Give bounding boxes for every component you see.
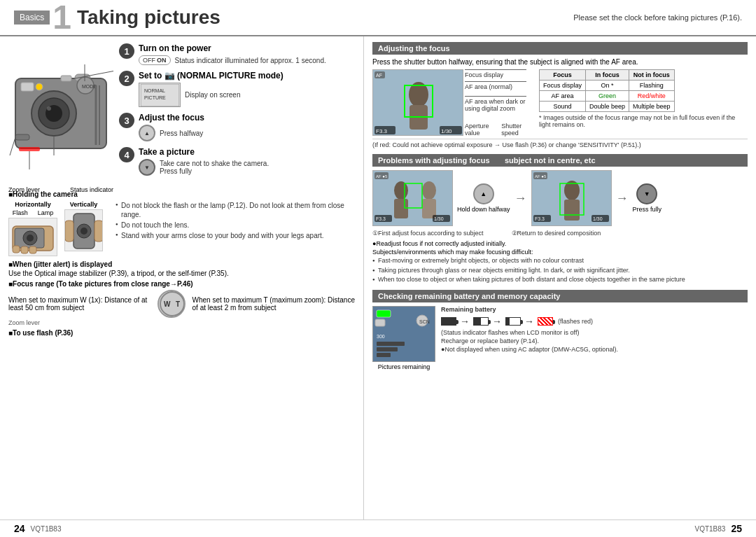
zoom-lever-caption: Zoom lever	[8, 319, 355, 326]
jitter-section: ■When (jitter alert) is displayed Use th…	[8, 260, 355, 277]
step-content-4: Take a picture ▼ Take care not to shake …	[139, 147, 355, 176]
adjusting-focus-intro: Press the shutter button halfway, ensuri…	[372, 58, 748, 66]
problems-bullet-list: Fast-moving or extremely bright objects,…	[372, 257, 748, 284]
header-note: Please set the clock before taking pictu…	[573, 13, 742, 22]
svg-rect-62	[564, 200, 580, 221]
jitter-title: ■When (jitter alert) is displayed	[8, 260, 355, 268]
zoom-lever-img: W T	[158, 290, 186, 318]
holding-section: ■Holding the camera Horizontally Flash L…	[8, 190, 355, 256]
problem-screen-2: AF ●5 F3.3 1/30	[532, 171, 611, 225]
left-footer-code: VQT1B83	[31, 525, 62, 533]
problems-steps: ①First adjust focus according to subject…	[372, 230, 748, 238]
battery-info: Remaining battery → → → (flashes red) (S…	[441, 306, 748, 370]
svg-rect-34	[94, 221, 102, 242]
if-red-note: (If red: Could not achieve optimal expos…	[372, 139, 748, 148]
page-header: Basics 1 Taking pictures Please set the …	[0, 0, 756, 36]
svg-rect-28	[21, 246, 28, 253]
zoom-dial-svg: W T	[159, 291, 184, 317]
left-page-number: 24	[14, 523, 25, 534]
step-3-detail: ▲ Press halfway	[139, 125, 355, 141]
pictures-remaining-label: Pictures remaining	[378, 363, 430, 370]
svg-text:PICTURE: PICTURE	[144, 95, 166, 100]
svg-rect-75	[377, 347, 398, 351]
holding-bullets: Do not block the flash or the lamp (P.12…	[110, 201, 355, 256]
steps-list: 1 Turn on the power OFF ON Status indica…	[119, 43, 355, 183]
svg-rect-10	[61, 76, 71, 81]
adjusting-focus-title: Adjusting the focus	[372, 42, 748, 55]
battery-content: 300 SCN Pictures remaining Remaining ba	[372, 306, 748, 370]
horizontal-hand-image	[8, 218, 57, 256]
battery-title-bar: Checking remaining battery and memory ca…	[372, 290, 748, 302]
step-content-2: Set to 📷 (NORMAL PICTURE mode) NORMAL PI…	[139, 71, 355, 107]
problems-title-bar: Problems with adjusting focus subject no…	[372, 154, 748, 167]
svg-text:W: W	[164, 300, 171, 308]
step-2-title: Set to 📷 (NORMAL PICTURE mode)	[139, 71, 355, 81]
battery-half-icon	[473, 317, 489, 326]
vertical-hand-svg	[65, 210, 102, 251]
right-page-number: 25	[731, 523, 742, 534]
problem-img-2: AF ●5 F3.3 1/30	[531, 170, 612, 226]
adjust-focus-content: AF F3.3 1/30 Focus displ	[372, 69, 748, 136]
step-number-2: 2	[119, 71, 134, 86]
battery-flash-icon	[538, 317, 553, 326]
svg-text:SCN: SCN	[419, 319, 430, 324]
page-footer: 24 VQT1B83 VQT1B83 25	[0, 519, 756, 537]
focus-col-notinfocus: Not in focus	[629, 70, 675, 81]
svg-rect-27	[13, 246, 20, 253]
af-area-dark-label: AF area when dark or using digital zoom	[465, 96, 526, 112]
holding-vertical: Vertically	[64, 201, 103, 256]
hold-down-icon: ▲	[473, 183, 494, 204]
focus-range-title: ■Focus range (To take pictures from clos…	[8, 280, 355, 288]
focus-range-row: When set to maximum W (1x): Distance of …	[8, 290, 355, 318]
footer-right: VQT1B83 25	[695, 523, 743, 534]
mode-display-img: NORMAL PICTURE	[139, 83, 181, 107]
step-2: 2 Set to 📷 (NORMAL PICTURE mode) NORMAL …	[119, 71, 355, 107]
step1-text: ①First adjust focus according to subject	[372, 230, 484, 237]
step-2-detail: NORMAL PICTURE Display on screen	[139, 83, 355, 107]
camera-image: MODE	[8, 43, 113, 183]
step-content-1: Turn on the power OFF ON Status indicato…	[139, 43, 355, 65]
left-panel: MODE	[0, 36, 364, 519]
svg-text:AF: AF	[376, 73, 382, 78]
svg-point-32	[80, 228, 88, 235]
camera-bottom-labels: Zoom lever Status indicator	[8, 186, 113, 193]
step-number-1: 1	[119, 43, 134, 59]
step-4-title: Take a picture	[139, 147, 355, 157]
flash-label: Flash	[13, 209, 28, 216]
press-fully-button-area: ▼ Press fully	[633, 183, 662, 213]
svg-rect-74	[377, 342, 405, 346]
flashes-red-label: (flashes red)	[558, 318, 593, 325]
svg-text:NORMAL: NORMAL	[144, 88, 165, 93]
battery-screen-area: 300 SCN Pictures remaining	[372, 306, 435, 370]
svg-rect-16	[19, 147, 40, 151]
problem-img-1-area: AF ●5 F3.3 1/30	[372, 170, 453, 226]
press-fully-icon: ▼	[636, 183, 657, 204]
arrow-right-1: →	[514, 191, 527, 206]
zoom-lever-label: Zoom lever	[8, 186, 40, 193]
holding-bullet-list: Do not block the flash or the lamp (P.12…	[110, 201, 355, 240]
focus-col-focus: Focus	[540, 70, 586, 81]
focus-image-box: AF F3.3 1/30	[372, 69, 463, 136]
svg-point-51	[422, 181, 436, 200]
holding-bullet-1: Do not block the flash or the lamp (P.12…	[115, 201, 355, 219]
svg-rect-5	[21, 83, 34, 91]
half-press-icon: ▲	[139, 125, 155, 141]
battery-full-icon	[441, 317, 456, 326]
horizontal-hand-svg	[9, 219, 57, 256]
focus-image-area: AF F3.3 1/30 Focus displ	[372, 69, 463, 136]
svg-rect-71	[377, 310, 391, 317]
focus-col-infocus: In focus	[586, 70, 629, 81]
chapter-number: 1	[52, 1, 71, 34]
status-indicator-label: Status indicator	[70, 186, 113, 193]
focus-row-2: AF area Green Red/white	[540, 91, 675, 102]
step2-text: ②Return to desired composition	[512, 230, 601, 237]
vertical-hand-image	[64, 209, 103, 251]
step-1: 1 Turn on the power OFF ON Status indica…	[119, 43, 355, 65]
step-1-title: Turn on the power	[139, 43, 355, 53]
step-3: 3 Adjust the focus ▲ Press halfway	[119, 113, 355, 141]
tele-text: When set to maximum T (maximum zoom): Di…	[192, 296, 355, 312]
onoff-icon: OFF ON	[139, 55, 171, 65]
status-note: (Status indicator flashes when LCD monit…	[441, 329, 748, 336]
focus-display-label: Focus display	[465, 69, 526, 78]
problem-img-1: AF ●5 F3.3 1/30	[372, 170, 453, 226]
